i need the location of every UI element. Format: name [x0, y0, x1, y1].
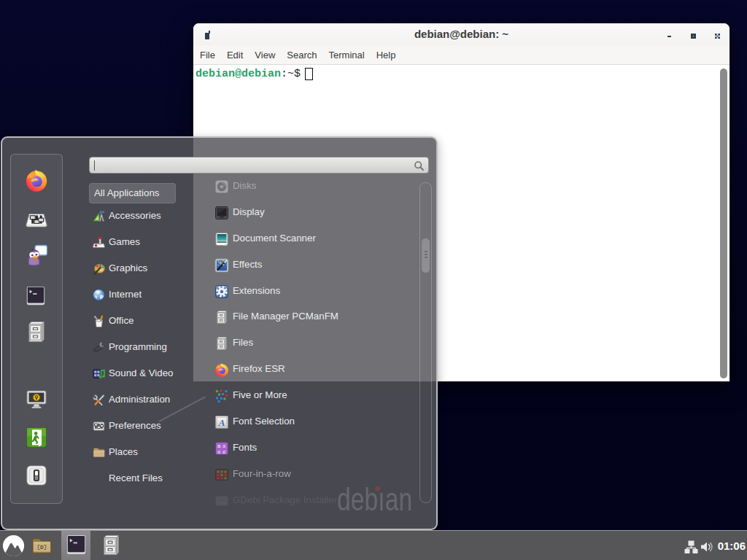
svg-text:A: A [218, 416, 225, 427]
svg-text:a: a [222, 448, 225, 454]
svg-text:D: D [40, 544, 44, 551]
